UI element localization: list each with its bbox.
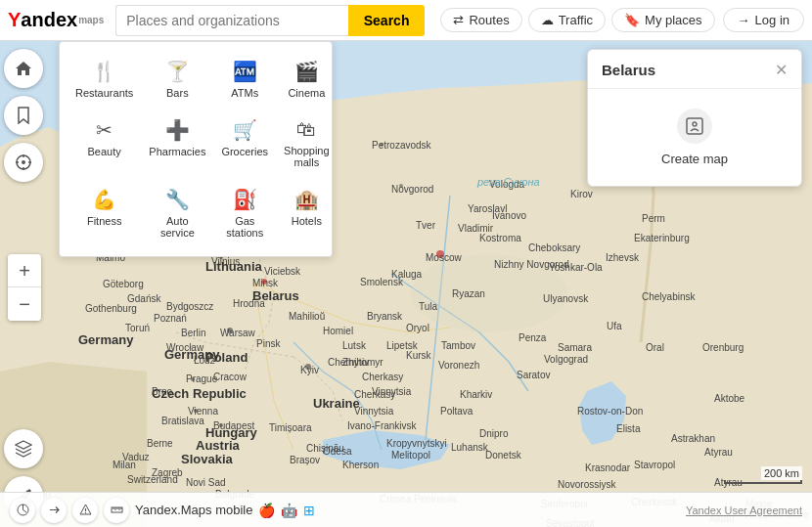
auto-icon: 🔧 bbox=[165, 188, 190, 211]
category-restaurants[interactable]: 🍴 Restaurants bbox=[71, 54, 137, 105]
bottom-right: Yandex User Agreement bbox=[686, 505, 802, 516]
create-map-label: Create map bbox=[661, 152, 728, 166]
svg-point-11 bbox=[191, 377, 195, 381]
category-fitness[interactable]: 💪 Fitness bbox=[71, 182, 137, 244]
category-pharmacies[interactable]: ➕ Pharmacies bbox=[145, 112, 209, 174]
person-icon: → bbox=[738, 13, 750, 27]
restaurants-icon: 🍴 bbox=[92, 60, 116, 83]
fitness-label: Fitness bbox=[87, 215, 121, 227]
zoom-in-button[interactable]: + bbox=[8, 254, 41, 287]
groceries-icon: 🛒 bbox=[233, 118, 257, 142]
category-hotels[interactable]: 🏨 Hotels bbox=[280, 182, 334, 244]
warning-button[interactable] bbox=[72, 498, 98, 523]
belarus-header: Belarus ✕ bbox=[588, 50, 801, 89]
restaurants-label: Restaurants bbox=[75, 87, 133, 99]
search-button[interactable]: Search bbox=[348, 5, 426, 36]
routes-icon: ⇄ bbox=[453, 13, 464, 27]
category-groceries[interactable]: 🛒 Groceries bbox=[217, 112, 272, 174]
zoom-controls: + − bbox=[8, 254, 41, 321]
bottom-left: Yandex.Maps mobile 🍎 🤖 ⊞ bbox=[10, 498, 315, 523]
ruler-button[interactable] bbox=[104, 498, 129, 523]
cinema-label: Cinema bbox=[288, 87, 325, 99]
category-cinema[interactable]: 🎬 Cinema bbox=[280, 54, 334, 105]
bars-label: Bars bbox=[166, 87, 189, 99]
search-input[interactable] bbox=[115, 5, 347, 36]
apple-icon[interactable]: 🍎 bbox=[258, 503, 275, 518]
topbar: Yandex maps Search ⇄ Routes ☁ Traffic 🔖 … bbox=[0, 0, 812, 41]
svg-point-3 bbox=[261, 279, 267, 285]
hotels-icon: 🏨 bbox=[294, 188, 319, 211]
svg-point-12 bbox=[219, 423, 223, 427]
mobile-text: Yandex.Maps mobile bbox=[135, 503, 252, 517]
share-button[interactable] bbox=[41, 498, 67, 523]
groceries-label: Groceries bbox=[221, 146, 268, 157]
sidebar-bookmarks-button[interactable] bbox=[4, 96, 43, 135]
category-auto[interactable]: 🔧 Auto service bbox=[145, 182, 209, 244]
svg-point-15 bbox=[399, 184, 403, 188]
scale-line bbox=[724, 480, 802, 484]
pharmacies-icon: ➕ bbox=[165, 118, 190, 142]
traffic-icon: ☁ bbox=[541, 13, 554, 27]
atms-label: ATMs bbox=[231, 87, 258, 99]
logo-maps: maps bbox=[78, 15, 104, 25]
auto-label: Auto service bbox=[149, 215, 205, 239]
windows-icon[interactable]: ⊞ bbox=[303, 503, 315, 518]
bars-icon: 🍸 bbox=[165, 60, 190, 83]
logo-y: Y bbox=[8, 9, 21, 31]
search-container: Search bbox=[115, 5, 425, 36]
svg-point-6 bbox=[305, 364, 311, 370]
traffic-bottom-button[interactable] bbox=[10, 498, 35, 523]
gas-label: Gas stations bbox=[221, 215, 268, 239]
svg-point-13 bbox=[194, 409, 198, 413]
gas-icon: ⛽ bbox=[233, 188, 257, 211]
svg-point-4 bbox=[436, 250, 444, 258]
shopping-icon: 🛍 bbox=[296, 118, 316, 141]
myplaces-button[interactable]: 🔖 My places bbox=[611, 8, 715, 32]
nav-buttons: ⇄ Routes ☁ Traffic 🔖 My places bbox=[440, 8, 714, 32]
logo-andex: andex bbox=[21, 9, 77, 31]
svg-point-2 bbox=[411, 254, 567, 332]
category-atms[interactable]: 🏧 ATMs bbox=[217, 54, 272, 105]
beauty-label: Beauty bbox=[88, 146, 121, 157]
category-bars[interactable]: 🍸 Bars bbox=[145, 54, 209, 105]
belarus-title: Belarus bbox=[602, 62, 655, 78]
category-grid: 🍴 Restaurants 🍸 Bars 🏧 ATMs 🎬 Cinema ✂ B… bbox=[71, 54, 320, 244]
bookmark-icon: 🔖 bbox=[624, 13, 640, 27]
routes-button[interactable]: ⇄ Routes bbox=[440, 8, 521, 32]
cinema-icon: 🎬 bbox=[294, 60, 319, 83]
atms-icon: 🏧 bbox=[233, 60, 257, 83]
svg-point-14 bbox=[380, 143, 383, 147]
sidebar-location-button[interactable] bbox=[4, 143, 43, 182]
create-map-button[interactable]: Create map bbox=[588, 89, 801, 186]
create-map-icon bbox=[677, 109, 712, 144]
shopping-label: Shopping malls bbox=[284, 145, 330, 168]
svg-point-19 bbox=[22, 160, 25, 164]
svg-point-28 bbox=[84, 512, 85, 513]
fitness-icon: 💪 bbox=[92, 188, 116, 211]
belarus-panel: Belarus ✕ Create map bbox=[587, 49, 802, 187]
beauty-icon: ✂ bbox=[96, 118, 113, 142]
category-shopping[interactable]: 🛍 Shopping malls bbox=[280, 112, 334, 174]
sidebar-layers-button[interactable] bbox=[4, 429, 43, 468]
traffic-button[interactable]: ☁ Traffic bbox=[528, 8, 606, 32]
sidebar-home-button[interactable] bbox=[4, 49, 43, 88]
zoom-out-button[interactable]: − bbox=[8, 287, 41, 321]
bottom-bar: Yandex.Maps mobile 🍎 🤖 ⊞ Yandex User Agr… bbox=[0, 492, 812, 527]
svg-point-17 bbox=[693, 122, 697, 126]
scale-bar: 200 km bbox=[724, 466, 802, 484]
hotels-label: Hotels bbox=[292, 215, 322, 227]
scale-label: 200 km bbox=[761, 466, 802, 480]
login-button[interactable]: → Log in bbox=[723, 8, 804, 32]
category-panel: 🍴 Restaurants 🍸 Bars 🏧 ATMs 🎬 Cinema ✂ B… bbox=[59, 41, 333, 257]
svg-point-5 bbox=[227, 328, 233, 333]
pharmacies-label: Pharmacies bbox=[149, 146, 205, 157]
category-beauty[interactable]: ✂ Beauty bbox=[71, 112, 137, 174]
android-icon[interactable]: 🤖 bbox=[281, 503, 297, 518]
logo[interactable]: Yandex maps bbox=[8, 9, 104, 31]
mobile-promo: Yandex.Maps mobile 🍎 🤖 ⊞ bbox=[135, 503, 315, 518]
svg-line-26 bbox=[23, 510, 26, 513]
category-gas[interactable]: ⛽ Gas stations bbox=[217, 182, 272, 244]
user-agreement-link[interactable]: Yandex User Agreement bbox=[686, 505, 802, 516]
belarus-close-button[interactable]: ✕ bbox=[775, 63, 788, 78]
